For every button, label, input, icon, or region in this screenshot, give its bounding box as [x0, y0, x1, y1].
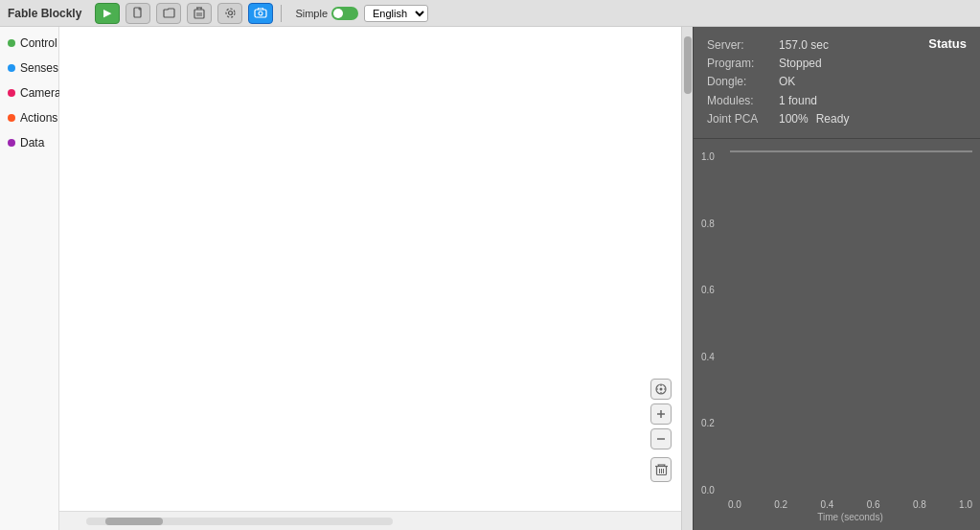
- open-button[interactable]: [156, 3, 181, 24]
- folder-icon: [163, 7, 175, 19]
- joint-pca-value: 100%: [779, 110, 809, 128]
- sidebar-item-control[interactable]: Control: [0, 31, 58, 56]
- delete-button[interactable]: [187, 3, 212, 24]
- joint-pca-row: Joint PCA 100% Ready: [707, 110, 849, 128]
- server-row: Server: 157.0 sec: [707, 36, 849, 55]
- sidebar-dot-senses: [8, 64, 15, 72]
- modules-row: Modules: 1 found: [707, 92, 849, 110]
- titlebar: Fable Blockly ▶: [0, 0, 980, 27]
- x-label-0.2: 0.2: [774, 499, 787, 510]
- y-label-1.0: 1.0: [701, 151, 715, 162]
- y-label-0.6: 0.6: [701, 285, 715, 295]
- app-title: Fable Blockly: [8, 7, 81, 20]
- sidebar-item-camera[interactable]: Camera: [0, 81, 58, 105]
- chart-inner: 1.0 0.8 0.6 0.4 0.2 0.0: [730, 150, 972, 496]
- status-panel: Server: 157.0 sec Program: Stopped Dongl…: [694, 27, 980, 139]
- chart-x-title: Time (seconds): [701, 512, 972, 522]
- sidebar-dot-data: [8, 139, 15, 147]
- y-label-0.4: 0.4: [701, 352, 715, 362]
- language-select[interactable]: English: [364, 5, 428, 22]
- file-button[interactable]: [125, 3, 150, 24]
- sidebar-label-senses: Senses: [20, 61, 58, 75]
- status-info: Server: 157.0 sec Program: Stopped Dongl…: [707, 36, 849, 128]
- server-label: Server:: [707, 36, 779, 55]
- joint-pca-extra: Ready: [816, 110, 850, 128]
- server-value: 157.0 sec: [779, 36, 829, 55]
- zoom-in-icon: [655, 408, 667, 420]
- dongle-label: Dongle:: [707, 73, 779, 91]
- x-label-0.6: 0.6: [867, 499, 880, 510]
- canvas-area[interactable]: [59, 27, 681, 530]
- svg-point-8: [228, 12, 232, 15]
- modules-label: Modules:: [707, 92, 779, 110]
- status-title: Status: [928, 36, 967, 51]
- sidebar-dot-camera: [8, 89, 15, 97]
- camera-icon: [254, 8, 267, 18]
- sidebar-item-data[interactable]: Data: [0, 130, 58, 155]
- canvas-scrollbar[interactable]: [681, 27, 693, 530]
- scroll-track[interactable]: [86, 518, 393, 525]
- main-area: ControlSensesCameraActionsData: [0, 27, 980, 530]
- y-label-0.2: 0.2: [701, 418, 715, 428]
- center-icon: [654, 382, 668, 396]
- center-view-button[interactable]: [650, 379, 672, 400]
- sidebar-dot-control: [8, 39, 15, 47]
- mode-toggle: Simple: [295, 7, 358, 20]
- program-row: Program: Stopped: [707, 55, 849, 73]
- file-icon: [132, 7, 145, 19]
- camera-button[interactable]: [248, 3, 273, 24]
- sidebar-item-actions[interactable]: Actions: [0, 105, 58, 130]
- x-label-1.0: 1.0: [959, 499, 972, 510]
- settings-button[interactable]: [217, 3, 242, 24]
- sidebar-dot-actions: [8, 114, 15, 122]
- sidebar-item-senses[interactable]: Senses: [0, 56, 58, 81]
- trash-icon: [655, 463, 668, 476]
- canvas-controls: [650, 379, 672, 482]
- program-label: Program:: [707, 55, 779, 73]
- simple-mode-label: Simple: [295, 8, 328, 19]
- chart-x-axis: 0.0 0.2 0.4 0.6 0.8 1.0: [701, 496, 972, 510]
- mode-switch[interactable]: [331, 7, 358, 20]
- chart-canvas: [730, 150, 972, 152]
- trash-button[interactable]: [650, 457, 672, 482]
- sidebar-label-data: Data: [20, 136, 44, 150]
- canvas-bottom-bar: [59, 511, 681, 530]
- delete-icon: [194, 7, 205, 19]
- chart-area: 1.0 0.8 0.6 0.4 0.2 0.0 0.0 0.2 0.4 0.6 …: [694, 139, 980, 530]
- dongle-row: Dongle: OK: [707, 73, 849, 91]
- zoom-out-icon: [655, 433, 667, 445]
- zoom-in-button[interactable]: [650, 403, 672, 425]
- status-title-area: Status: [928, 36, 967, 51]
- sidebar: ControlSensesCameraActionsData: [0, 27, 59, 530]
- svg-point-9: [226, 9, 235, 17]
- program-value: Stopped: [779, 55, 822, 73]
- joint-pca-label: Joint PCA: [707, 110, 779, 128]
- x-label-0.4: 0.4: [820, 499, 833, 510]
- svg-rect-10: [255, 10, 266, 17]
- y-label-0.8: 0.8: [701, 219, 715, 229]
- canvas-scroll-thumb[interactable]: [684, 36, 692, 94]
- y-axis-labels: 1.0 0.8 0.6 0.4 0.2 0.0: [701, 150, 718, 496]
- y-label-0.0: 0.0: [701, 485, 715, 495]
- svg-point-11: [259, 12, 262, 15]
- separator: [281, 5, 282, 22]
- sidebar-label-camera: Camera: [20, 86, 61, 100]
- play-button[interactable]: ▶: [95, 3, 120, 24]
- x-label-0.0: 0.0: [728, 499, 741, 510]
- gear-icon: [224, 7, 237, 19]
- right-panel: Server: 157.0 sec Program: Stopped Dongl…: [693, 27, 980, 530]
- sidebar-label-control: Control: [20, 36, 57, 50]
- scroll-thumb[interactable]: [105, 518, 163, 525]
- dongle-value: OK: [779, 73, 795, 91]
- x-label-0.8: 0.8: [913, 499, 926, 510]
- modules-value: 1 found: [779, 92, 817, 110]
- zoom-out-button[interactable]: [650, 428, 672, 449]
- chart-wrapper: 1.0 0.8 0.6 0.4 0.2 0.0 0.0 0.2 0.4 0.6 …: [701, 150, 972, 522]
- sidebar-label-actions: Actions: [20, 111, 57, 125]
- svg-point-17: [660, 388, 663, 391]
